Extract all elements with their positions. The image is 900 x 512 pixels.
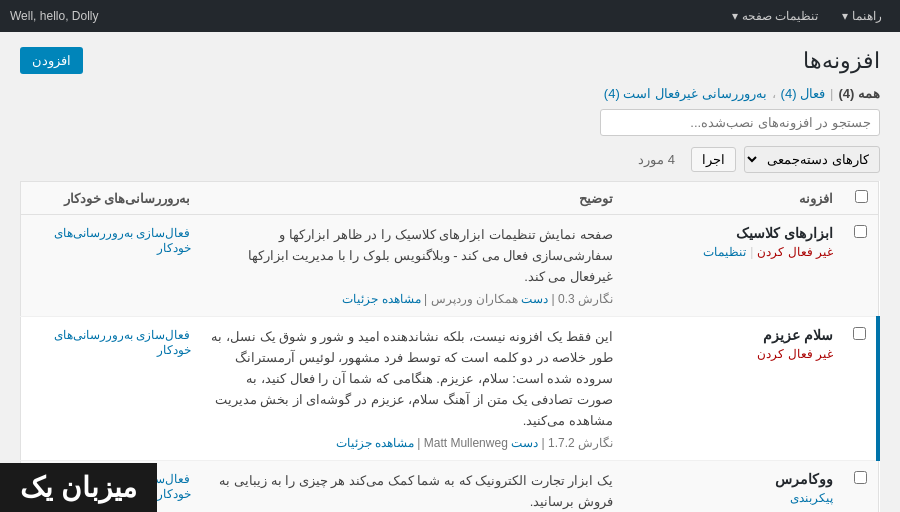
- bulk-action-select-top[interactable]: کارهای دسته‌جمعی: [744, 146, 880, 173]
- search-area: [20, 109, 880, 136]
- plugin-description-cell: این فقط یک افزونه نیست، بلکه نشاندهنده ا…: [201, 317, 624, 461]
- plugin-description: این فقط یک افزونه نیست، بلکه نشاندهنده ا…: [211, 327, 614, 431]
- plugin-name: ابزارهای کلاسیک: [633, 225, 833, 241]
- plugin-name-cell: سلام عزیزم غیر فعال کردن: [623, 317, 843, 461]
- page-title: افزونه‌ها: [803, 48, 880, 74]
- page-title-area: افزونه‌ها افزودن: [20, 47, 880, 74]
- items-count: 4 مورد: [638, 152, 675, 167]
- row-checkbox[interactable]: [854, 225, 867, 238]
- plugin-action-settings[interactable]: تنظیمات: [703, 245, 746, 259]
- main-content: افزونه‌ها افزودن همه (4) | فعال (4) ، به…: [0, 32, 900, 512]
- row-checkbox-cell: [843, 461, 878, 512]
- th-plugin: افزونه: [623, 182, 843, 215]
- plugin-auto-update-cell: فعال‌سازی به‌روررسانی‌های خودکار: [21, 317, 201, 461]
- row-checkbox-cell: [843, 215, 878, 317]
- plugin-actions: غیر فعال کردن: [633, 347, 833, 361]
- auto-update-link[interactable]: فعال‌سازی به‌روررسانی‌های خودکار: [54, 226, 190, 255]
- help-label: راهنما: [852, 9, 882, 23]
- admin-bar-greeting: Well, hello, Dolly: [10, 9, 98, 23]
- table-row: سلام عزیزم غیر فعال کردن این فقط یک افزو…: [21, 317, 879, 461]
- plugin-description-cell: صفحه نمایش تنظیمات ابزارهای کلاسیک را در…: [201, 215, 624, 317]
- plugin-name: ووکامرس: [633, 471, 833, 487]
- plugin-description: صفحه نمایش تنظیمات ابزارهای کلاسیک را در…: [211, 225, 614, 287]
- help-arrow: ▾: [842, 9, 848, 23]
- plugin-name-cell: ابزارهای کلاسیک غیر فعال کردن|تنظیمات: [623, 215, 843, 317]
- bulk-action-bar-top: کارهای دسته‌جمعی اجرا 4 مورد: [20, 146, 880, 173]
- plugin-description-cell: یک ابزار تجارت الکترونیک که به شما کمک م…: [201, 461, 624, 512]
- plugin-name-cell: ووکامرس پیکربندی: [623, 461, 843, 512]
- row-checkbox[interactable]: [853, 327, 866, 340]
- bulk-apply-top[interactable]: اجرا: [691, 147, 736, 172]
- plugin-meta: نگارش 1.7.2 | دست Matt Mullenweg | مشاهد…: [211, 436, 614, 450]
- admin-bar: راهنما ▾ تنظیمات صفحه ▾ Well, hello, Dol…: [0, 0, 900, 32]
- filter-tab-all[interactable]: همه (4): [838, 86, 880, 101]
- screen-options-label: تنظیمات صفحه: [742, 9, 818, 23]
- admin-bar-screen-options[interactable]: تنظیمات صفحه ▾: [724, 0, 826, 32]
- add-new-button[interactable]: افزودن: [20, 47, 83, 74]
- th-checkbox: [843, 182, 878, 215]
- row-checkbox-cell: [843, 317, 878, 461]
- watermark: میزبان یک: [0, 463, 157, 512]
- filter-tabs: همه (4) | فعال (4) ، به‌روررسانی غیرفعال…: [20, 86, 880, 101]
- plugin-meta: نگارش 0.3 | دست همکاران وردپرس | مشاهده …: [211, 292, 614, 306]
- th-auto-update: به‌روررسانی‌های خودکار: [21, 182, 201, 215]
- filter-tab-auto-update-disabled[interactable]: به‌روررسانی غیرفعال است (4): [604, 86, 767, 101]
- plugin-action-deactivate[interactable]: غیر فعال کردن: [757, 245, 833, 259]
- auto-update-link[interactable]: فعال‌سازی به‌روررسانی‌های خودکار: [54, 328, 190, 357]
- row-checkbox[interactable]: [854, 471, 867, 484]
- plugin-auto-update-cell: فعال‌سازی به‌روررسانی‌های خودکار: [21, 215, 201, 317]
- plugin-action-settings[interactable]: پیکربندی: [790, 491, 833, 505]
- plugin-actions: پیکربندی: [633, 491, 833, 505]
- page-wrapper: افزونه‌ها افزودن همه (4) | فعال (4) ، به…: [0, 32, 900, 512]
- screen-options-arrow: ▾: [732, 9, 738, 23]
- plugin-action-deactivate[interactable]: غیر فعال کردن: [757, 347, 833, 361]
- admin-bar-help[interactable]: راهنما ▾: [834, 0, 890, 32]
- th-description: توضیح: [201, 182, 624, 215]
- plugin-description: یک ابزار تجارت الکترونیک که به شما کمک م…: [211, 471, 614, 512]
- search-input[interactable]: [600, 109, 880, 136]
- plugin-name: سلام عزیزم: [633, 327, 833, 343]
- plugin-actions: غیر فعال کردن|تنظیمات: [633, 245, 833, 259]
- select-all-checkbox[interactable]: [855, 190, 868, 203]
- filter-tab-active[interactable]: فعال (4): [781, 86, 826, 101]
- table-row: ابزارهای کلاسیک غیر فعال کردن|تنظیمات صف…: [21, 215, 879, 317]
- author-link[interactable]: دست: [521, 292, 548, 306]
